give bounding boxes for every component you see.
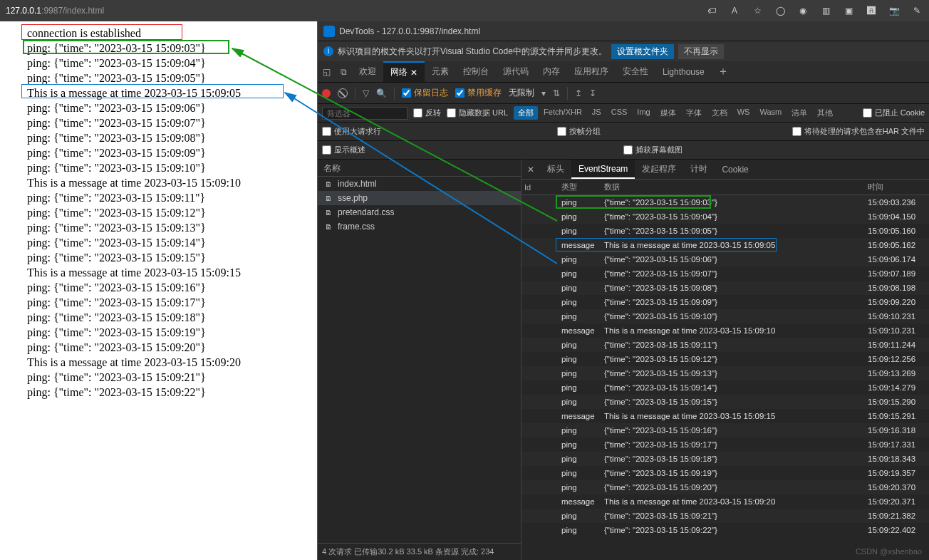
filter-type[interactable]: 其他 [813,106,837,120]
detail-tab[interactable]: 标头 [540,160,571,179]
filter-type[interactable]: Img [633,106,654,120]
search-icon[interactable]: 🔍 [376,88,387,98]
event-row[interactable]: messageThis is a message at time 2023-03… [521,409,929,423]
request-item[interactable]: 🗎index.html [318,177,521,191]
ext3-icon[interactable]: ▥ [819,4,832,17]
filter-type[interactable]: JS [588,106,606,120]
invert-checkbox[interactable]: 反转 [413,108,441,118]
preserve-log-checkbox[interactable]: 保留日志 [402,87,448,99]
filter-type[interactable]: Wasm [755,106,786,120]
event-row[interactable]: ping{"time": "2023-03-15 15:09:03"}15:09… [521,195,929,209]
filter-type[interactable]: 全部 [514,106,538,120]
dropdown-icon[interactable]: ▾ [541,88,546,98]
page-line: ping: {"time": "2023-03-15 15:09:07"} [27,115,311,130]
close-detail-icon[interactable]: ✕ [521,165,540,175]
filter-type[interactable]: 文档 [707,106,732,120]
set-root-button[interactable]: 设置根文件夹 [611,44,674,59]
event-row[interactable]: ping{"time": "2023-03-15 15:09:22"}15:09… [521,523,929,537]
large-rows-checkbox[interactable]: 使用大请求行 [322,126,543,137]
request-item[interactable]: 🗎frame.css [318,219,521,234]
upload-icon[interactable]: ↥ [575,88,582,98]
event-row[interactable]: ping{"time": "2023-03-15 15:09:16"}15:09… [521,423,929,437]
request-name: frame.css [338,222,375,232]
add-tab-icon[interactable]: ＋ [717,64,729,79]
detail-tab[interactable]: Cookie [715,160,755,179]
devtools-tab[interactable]: 安全性 [616,61,655,82]
wifi-icon[interactable]: ⇅ [553,88,560,98]
ext1-icon[interactable]: ◯ [774,4,787,17]
event-row[interactable]: messageThis is a message at time 2023-03… [521,323,929,338]
text-icon[interactable]: A [728,4,741,17]
hide-data-url-checkbox[interactable]: 隐藏数据 URL [447,108,508,118]
event-row[interactable]: ping{"time": "2023-03-15 15:09:10"}15:09… [521,309,929,323]
event-row[interactable]: ping{"time": "2023-03-15 15:09:13"}15:09… [521,366,929,380]
devtools-tab[interactable]: 网络✕ [383,61,425,82]
event-row[interactable]: messageThis is a message at time 2023-03… [521,238,929,252]
filter-type[interactable]: WS [733,106,754,120]
devtools-tab[interactable]: 元素 [425,61,456,82]
filter-icon[interactable]: ▽ [363,88,369,98]
event-row[interactable]: ping{"time": "2023-03-15 15:09:05"}15:09… [521,224,929,238]
request-item[interactable]: 🗎pretendard.css [318,205,521,219]
event-row[interactable]: ping{"time": "2023-03-15 15:09:19"}15:09… [521,466,929,480]
show-overview-checkbox[interactable]: 显示概述 [322,145,609,155]
har-pending-checkbox[interactable]: 将待处理的请求包含在HAR 文件中 [792,126,925,137]
detail-tab[interactable]: EventStream [571,160,635,179]
disable-cache-checkbox[interactable]: 禁用缓存 [455,87,502,99]
detail-tab[interactable]: 计时 [683,160,715,179]
event-row[interactable]: ping{"time": "2023-03-15 15:09:09"}15:09… [521,295,929,309]
filter-type[interactable]: 字体 [682,106,706,120]
screenshots-checkbox[interactable]: 捕获屏幕截图 [623,145,910,155]
event-cell: ping [561,369,604,378]
ext4-icon[interactable]: ▣ [842,4,855,17]
event-row[interactable]: ping{"time": "2023-03-15 15:09:14"}15:09… [521,380,929,395]
page-line: ping: {"time": "2023-03-15 15:09:19"} [27,325,311,340]
event-row[interactable]: ping{"time": "2023-03-15 15:09:06"}15:09… [521,252,929,266]
filter-type[interactable]: 清单 [787,106,811,120]
device-icon[interactable]: ⧉ [335,67,352,77]
brush-icon[interactable]: ✎ [910,4,923,17]
star-icon[interactable]: ☆ [751,4,764,17]
inspect-icon[interactable]: ◱ [318,67,335,77]
devtools-tab[interactable]: 控制台 [456,61,496,82]
dismiss-button[interactable]: 不再显示 [678,44,724,59]
camera-icon[interactable]: 📷 [888,4,901,17]
close-tab-icon[interactable]: ✕ [410,68,417,78]
event-row[interactable]: ping{"time": "2023-03-15 15:09:15"}15:09… [521,395,929,409]
event-row[interactable]: ping{"time": "2023-03-15 15:09:11"}15:09… [521,338,929,352]
event-row[interactable]: ping{"time": "2023-03-15 15:09:20"}15:09… [521,480,929,494]
devtools-tab[interactable]: Lighthouse [655,61,712,82]
filter-type[interactable]: CSS [607,106,632,120]
devtools-tab[interactable]: 应用程序 [567,61,616,82]
event-cell: {"time": "2023-03-15 15:09:13"} [604,369,868,378]
devtools-tab[interactable]: 内存 [536,61,567,82]
event-row[interactable]: ping{"time": "2023-03-15 15:09:12"}15:09… [521,352,929,366]
blocked-cookie-checkbox[interactable]: 已阻止 Cookie [863,108,925,118]
record-icon[interactable] [322,89,331,98]
devtools-tab[interactable]: 源代码 [496,61,536,82]
translate-icon[interactable]: 🅰 [865,4,878,17]
url[interactable]: 127.0.0.1:9987/index.html [6,6,104,16]
download-icon[interactable]: ↧ [589,88,596,98]
filter-type[interactable]: 媒体 [656,106,680,120]
group-by-frame-checkbox[interactable]: 按帧分组 [557,126,778,137]
event-row[interactable]: ping{"time": "2023-03-15 15:09:04"}15:09… [521,209,929,224]
event-row[interactable]: ping{"time": "2023-03-15 15:09:17"}15:09… [521,437,929,452]
detail-tab[interactable]: 发起程序 [635,160,683,179]
throttle-select[interactable]: 无限制 [509,87,534,99]
event-row[interactable]: ping{"time": "2023-03-15 15:09:18"}15:09… [521,452,929,466]
event-cell: 15:09:11.244 [868,341,926,349]
event-row[interactable]: ping{"time": "2023-03-15 15:09:08"}15:09… [521,281,929,295]
filter-type[interactable]: Fetch/XHR [539,106,586,120]
request-item[interactable]: 🗎sse.php [318,191,521,205]
ext2-icon[interactable]: ◉ [796,4,809,17]
event-cell: This is a message at time 2023-03-15 15:… [604,326,868,335]
event-cell: This is a message at time 2023-03-15 15:… [604,241,868,249]
tag-icon[interactable]: 🏷 [705,4,718,17]
devtools-tab[interactable]: 欢迎 [352,61,383,82]
event-row[interactable]: messageThis is a message at time 2023-03… [521,494,929,509]
event-row[interactable]: ping{"time": "2023-03-15 15:09:21"}15:09… [521,509,929,523]
filter-input[interactable] [322,107,408,120]
event-row[interactable]: ping{"time": "2023-03-15 15:09:07"}15:09… [521,266,929,281]
clear-icon[interactable] [338,88,348,98]
